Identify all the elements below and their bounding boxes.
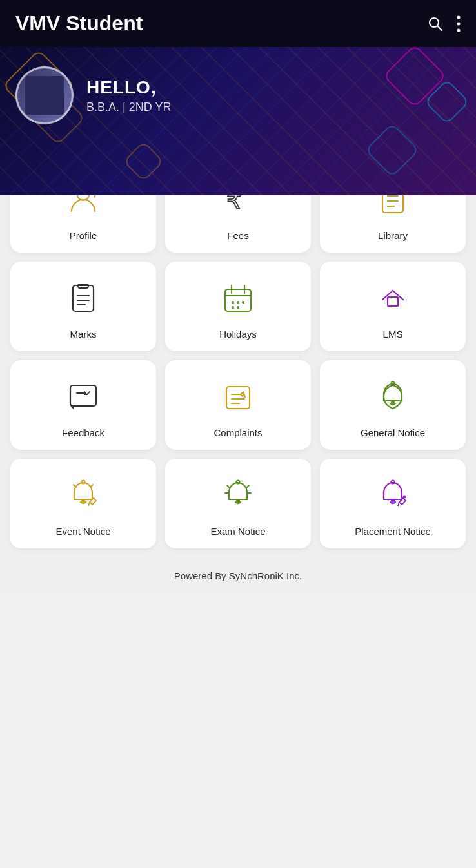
menu-grid-section: Profile ₹ Fees Library [0,163,476,559]
svg-point-23 [237,301,239,304]
footer: Powered By SyNchRoniK Inc. [0,559,476,593]
grid-item-feedback[interactable]: Feedback [10,360,156,450]
svg-point-2 [457,15,461,19]
grid-item-event-notice[interactable]: Event Notice [10,459,156,548]
svg-point-26 [237,306,239,309]
general-notice-label: General Notice [361,427,425,438]
holidays-label: Holidays [219,329,257,340]
grid-item-general-notice[interactable]: General Notice [320,360,466,450]
holidays-icon [215,276,261,321]
svg-point-51 [391,499,395,503]
svg-line-38 [74,485,75,487]
event-notice-icon [61,473,106,518]
svg-line-43 [227,485,230,488]
svg-rect-30 [226,387,250,409]
fees-label: Fees [227,230,248,241]
svg-point-22 [232,301,234,304]
exam-notice-icon [215,473,261,518]
svg-point-24 [242,301,244,304]
grid-item-placement-notice[interactable]: Placement Notice [320,459,466,548]
svg-line-40 [88,502,90,506]
lms-label: LMS [383,329,403,340]
greeting-text: HELLO, [86,77,171,98]
placement-notice-label: Placement Notice [355,526,431,537]
svg-point-4 [457,28,461,32]
general-notice-icon [370,374,415,420]
header: VMV Student [0,0,476,47]
svg-point-47 [236,499,240,503]
svg-line-1 [438,26,442,30]
svg-line-44 [246,485,249,488]
svg-line-39 [91,485,93,487]
footer-text: Powered By SyNchRoniK Inc. [174,570,302,581]
svg-point-3 [457,22,461,25]
svg-rect-27 [388,297,398,306]
svg-point-50 [403,496,406,499]
grid-item-holidays[interactable]: Holidays [165,262,311,351]
marks-icon [61,276,106,321]
exam-notice-label: Exam Notice [210,526,265,537]
event-notice-label: Event Notice [55,526,110,537]
library-label: Library [378,230,408,241]
svg-point-41 [81,499,85,503]
avatar-image [25,76,64,115]
grid-item-lms[interactable]: LMS [320,262,466,351]
avatar [15,66,74,124]
feedback-icon [61,374,106,420]
svg-rect-28 [70,385,96,406]
grid-item-complaints[interactable]: Complaints [165,360,311,450]
banner-content: HELLO, B.B.A. | 2ND YR [15,66,461,124]
placement-notice-icon [370,473,415,518]
marks-label: Marks [70,329,97,340]
search-icon[interactable] [427,15,444,32]
complaints-icon [215,374,261,420]
complaints-label: Complaints [213,427,262,438]
grid-item-marks[interactable]: Marks [10,262,156,351]
grid-item-exam-notice[interactable]: Exam Notice [165,459,311,548]
more-options-icon[interactable] [457,15,461,32]
course-text: B.B.A. | 2ND YR [86,101,171,114]
menu-grid: Profile ₹ Fees Library [10,163,466,548]
banner: HELLO, B.B.A. | 2ND YR [0,47,476,195]
svg-rect-13 [73,285,94,311]
svg-point-25 [232,306,234,309]
header-actions [427,15,461,32]
feedback-label: Feedback [62,427,104,438]
banner-text: HELLO, B.B.A. | 2ND YR [86,77,171,114]
profile-label: Profile [70,230,97,241]
app-title: VMV Student [15,12,143,35]
lms-icon [370,276,415,321]
svg-line-49 [398,502,399,506]
svg-point-36 [391,400,395,404]
